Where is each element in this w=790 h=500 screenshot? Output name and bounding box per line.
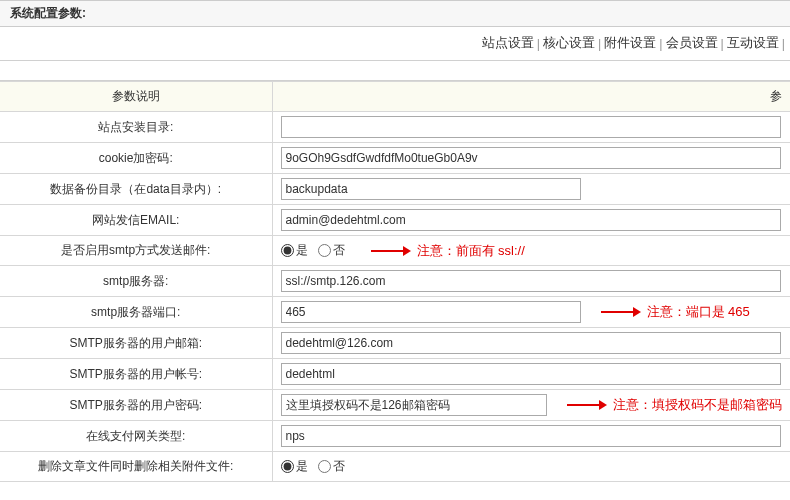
radio-label: 是	[296, 458, 308, 475]
table-row: 网站发信EMAIL:	[0, 205, 790, 236]
row-value	[272, 421, 790, 452]
row-value	[272, 328, 790, 359]
radio-option[interactable]: 是	[281, 242, 308, 259]
row-label: 删除文章文件同时删除相关附件文件:	[0, 452, 272, 482]
page-title: 系统配置参数:	[10, 5, 86, 22]
text-input[interactable]	[281, 425, 781, 447]
annotation-note: 注意：前面有 ssl://	[371, 242, 525, 260]
tab-bar: 站点设置| 核心设置| 附件设置| 会员设置| 互动设置|	[0, 27, 790, 61]
annotation-text: 注意：前面有 ssl://	[417, 242, 525, 260]
row-label: SMTP服务器的用户邮箱:	[0, 328, 272, 359]
table-row: SMTP服务器的用户帐号:	[0, 359, 790, 390]
radio-group: 是否	[281, 458, 351, 475]
text-input[interactable]	[281, 116, 781, 138]
table-row: 数据备份目录（在data目录内）:	[0, 174, 790, 205]
row-value	[272, 266, 790, 297]
tab-divider: |	[537, 37, 540, 51]
tab-divider: |	[782, 37, 785, 51]
col-header-value: 参	[272, 82, 790, 112]
row-label: 数据备份目录（在data目录内）:	[0, 174, 272, 205]
radio-input[interactable]	[281, 460, 294, 473]
row-label: 站点安装目录:	[0, 112, 272, 143]
spacer-bar	[0, 61, 790, 81]
row-value	[272, 205, 790, 236]
page-title-bar: 系统配置参数:	[0, 0, 790, 27]
config-table: 参数说明 参 站点安装目录:cookie加密码:数据备份目录（在data目录内）…	[0, 81, 790, 482]
row-value: 是否注意：前面有 ssl://	[272, 236, 790, 266]
text-input[interactable]	[281, 178, 581, 200]
radio-input[interactable]	[281, 244, 294, 257]
row-label: 网站发信EMAIL:	[0, 205, 272, 236]
table-row: smtp服务器端口:注意：端口是 465	[0, 297, 790, 328]
row-label: smtp服务器端口:	[0, 297, 272, 328]
text-input[interactable]	[281, 147, 781, 169]
row-value	[272, 112, 790, 143]
row-label: 在线支付网关类型:	[0, 421, 272, 452]
arrow-icon	[371, 247, 411, 255]
table-row: smtp服务器:	[0, 266, 790, 297]
table-row: 删除文章文件同时删除相关附件文件:是否	[0, 452, 790, 482]
tab-interact[interactable]: 互动设置	[727, 35, 779, 52]
annotation-text: 注意：填授权码不是邮箱密码	[613, 396, 782, 414]
arrow-icon	[601, 308, 641, 316]
table-row: SMTP服务器的用户密码:注意：填授权码不是邮箱密码	[0, 390, 790, 421]
radio-label: 否	[333, 458, 345, 475]
text-input[interactable]	[281, 394, 547, 416]
tab-attach[interactable]: 附件设置	[604, 35, 656, 52]
row-label: 是否启用smtp方式发送邮件:	[0, 236, 272, 266]
tab-divider: |	[659, 37, 662, 51]
text-input[interactable]	[281, 332, 781, 354]
table-row: 在线支付网关类型:	[0, 421, 790, 452]
row-label: cookie加密码:	[0, 143, 272, 174]
table-row: SMTP服务器的用户邮箱:	[0, 328, 790, 359]
tab-core[interactable]: 核心设置	[543, 35, 595, 52]
row-value: 注意：端口是 465	[272, 297, 790, 328]
table-row: 是否启用smtp方式发送邮件:是否注意：前面有 ssl://	[0, 236, 790, 266]
row-label: smtp服务器:	[0, 266, 272, 297]
text-input[interactable]	[281, 363, 781, 385]
radio-label: 否	[333, 242, 345, 259]
annotation-note: 注意：填授权码不是邮箱密码	[567, 396, 782, 414]
row-value	[272, 359, 790, 390]
row-value: 注意：填授权码不是邮箱密码	[272, 390, 790, 421]
annotation-note: 注意：端口是 465	[601, 303, 750, 321]
tab-divider: |	[598, 37, 601, 51]
table-row: cookie加密码:	[0, 143, 790, 174]
arrow-icon	[567, 401, 607, 409]
tab-divider: |	[721, 37, 724, 51]
radio-option[interactable]: 否	[318, 458, 345, 475]
row-value	[272, 174, 790, 205]
row-value	[272, 143, 790, 174]
row-value: 是否	[272, 452, 790, 482]
radio-label: 是	[296, 242, 308, 259]
table-row: 站点安装目录:	[0, 112, 790, 143]
annotation-text: 注意：端口是 465	[647, 303, 750, 321]
tab-site[interactable]: 站点设置	[482, 35, 534, 52]
text-input[interactable]	[281, 209, 781, 231]
text-input[interactable]	[281, 301, 581, 323]
tab-member[interactable]: 会员设置	[666, 35, 718, 52]
radio-input[interactable]	[318, 244, 331, 257]
radio-input[interactable]	[318, 460, 331, 473]
table-header-row: 参数说明 参	[0, 82, 790, 112]
row-label: SMTP服务器的用户密码:	[0, 390, 272, 421]
text-input[interactable]	[281, 270, 781, 292]
row-label: SMTP服务器的用户帐号:	[0, 359, 272, 390]
radio-group: 是否	[281, 242, 351, 259]
col-header-label: 参数说明	[0, 82, 272, 112]
radio-option[interactable]: 是	[281, 458, 308, 475]
radio-option[interactable]: 否	[318, 242, 345, 259]
